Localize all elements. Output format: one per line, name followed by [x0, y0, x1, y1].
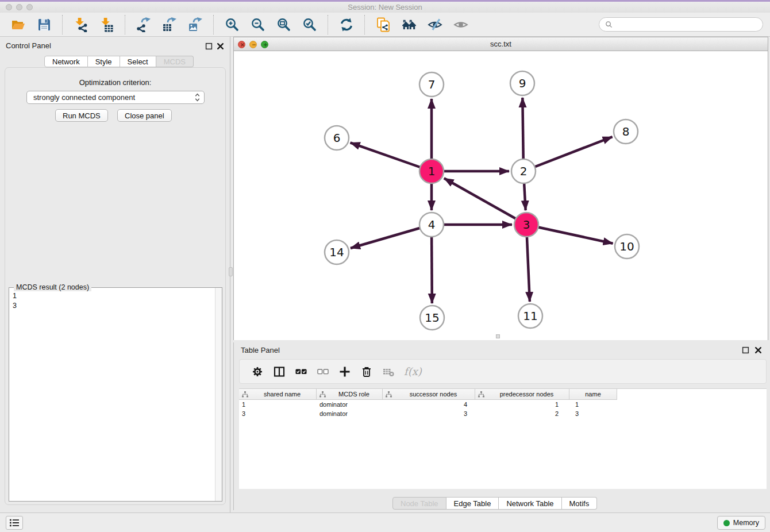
zoom-in-icon[interactable] [224, 17, 240, 32]
control-panel-tabs: NetworkStyleSelectMCDS [44, 56, 194, 67]
graph-node-9[interactable]: 9 [510, 71, 534, 95]
tab-network-table[interactable]: Network Table [499, 497, 561, 510]
search-box[interactable] [599, 17, 763, 32]
column-header-label: shared name [248, 391, 316, 398]
import-table-icon[interactable] [99, 17, 114, 32]
network-minimize-light[interactable] [249, 41, 257, 48]
table-cell[interactable]: 2 [475, 409, 569, 418]
import-network-icon[interactable] [73, 17, 88, 32]
zoom-out-icon[interactable] [250, 17, 265, 32]
zoom-fit-icon[interactable] [276, 17, 291, 32]
graph-edge-1-6[interactable] [351, 142, 432, 171]
graph-node-1[interactable]: 1 [419, 159, 444, 183]
graph-node-15[interactable]: 15 [420, 306, 444, 330]
network-close-light[interactable] [238, 41, 245, 48]
main-toolbar [0, 13, 770, 37]
column-header-successor-nodes[interactable]: successor nodes [383, 389, 475, 400]
mcds-result-line: 3 [13, 301, 211, 311]
tab-node-table[interactable]: Node Table [392, 497, 446, 510]
show-columns-icon[interactable] [273, 365, 286, 378]
column-header-predecessor-nodes[interactable]: predecessor nodes [475, 389, 569, 400]
select-all-icon[interactable] [295, 365, 307, 378]
svg-text:11: 11 [523, 309, 537, 323]
graph-node-2[interactable]: 2 [511, 159, 536, 183]
table-cell[interactable]: 4 [383, 400, 475, 409]
export-table-icon[interactable] [161, 17, 177, 32]
graph-node-7[interactable]: 7 [419, 72, 444, 97]
tab-motifs[interactable]: Motifs [562, 497, 598, 510]
export-network-icon[interactable] [136, 17, 151, 32]
close-window-light[interactable] [6, 4, 12, 10]
mcds-result-line: 1 [13, 291, 211, 301]
result-scrollbar[interactable] [215, 288, 222, 501]
run-mcds-button[interactable]: Run MCDS [55, 109, 108, 122]
graph-edge-3-1[interactable] [444, 178, 526, 225]
graph-node-4[interactable]: 4 [419, 213, 444, 237]
deselect-all-icon[interactable] [317, 365, 329, 378]
table-row[interactable]: 3dominator323 [239, 409, 767, 418]
graph-node-6[interactable]: 6 [325, 126, 349, 150]
table-cell[interactable]: 1 [239, 400, 317, 409]
table-row[interactable]: 1dominator411 [239, 400, 767, 409]
search-input[interactable] [616, 21, 757, 29]
hide-selected-icon[interactable] [427, 17, 442, 32]
table-cell[interactable]: 3 [239, 409, 317, 418]
svg-text:3: 3 [523, 218, 530, 232]
graph-edge-3-10[interactable] [526, 225, 613, 244]
new-network-from-selection-icon[interactable] [375, 17, 391, 32]
graph-node-11[interactable]: 11 [518, 304, 542, 328]
task-history-button[interactable] [6, 516, 23, 530]
tab-network[interactable]: Network [44, 56, 88, 67]
save-session-icon[interactable] [36, 17, 52, 32]
apply-layout-icon[interactable] [338, 17, 354, 32]
graph-node-14[interactable]: 14 [325, 240, 349, 264]
minimize-window-light[interactable] [16, 4, 22, 10]
graph-node-10[interactable]: 10 [615, 234, 639, 259]
tab-mcds[interactable]: MCDS [156, 56, 194, 67]
network-canvas[interactable]: 7968124314101511 [234, 51, 768, 340]
toolbar-group [63, 17, 125, 32]
open-session-icon[interactable] [10, 17, 26, 32]
svg-text:2: 2 [520, 164, 528, 178]
graph-edge-2-8[interactable] [523, 137, 613, 171]
svg-text:4: 4 [428, 218, 436, 232]
column-header-name[interactable]: name [569, 389, 617, 400]
export-image-icon[interactable] [187, 17, 203, 32]
control-panel-header: Control Panel [0, 37, 230, 54]
add-column-icon[interactable] [338, 365, 351, 378]
table-cell[interactable]: dominator [317, 400, 383, 409]
table-cell[interactable]: 3 [383, 409, 475, 418]
delete-columns-icon[interactable] [360, 365, 373, 378]
table-header-row: shared nameMCDS rolesuccessor nodesprede… [239, 389, 767, 400]
criterion-select-value: strongly connected component [33, 93, 194, 102]
tab-edge-table[interactable]: Edge Table [446, 497, 499, 510]
close-table-panel-icon[interactable] [754, 346, 762, 353]
zoom-selected-icon[interactable] [302, 17, 317, 32]
close-panel-button[interactable]: Close panel [117, 109, 172, 122]
table-mode-icon[interactable] [251, 365, 264, 378]
graph-node-8[interactable]: 8 [614, 119, 638, 144]
network-window-titlebar[interactable]: scc.txt [234, 37, 768, 51]
float-table-panel-icon[interactable] [742, 346, 749, 353]
network-zoom-light[interactable] [261, 41, 268, 48]
column-header-MCDS-role[interactable]: MCDS role [317, 389, 383, 400]
panel-splitter[interactable] [229, 267, 233, 276]
memory-button[interactable]: Memory [717, 516, 765, 530]
window-resize-handle[interactable] [496, 334, 500, 338]
float-panel-icon[interactable] [205, 42, 213, 49]
column-header-shared-name[interactable]: shared name [239, 389, 317, 400]
tab-style[interactable]: Style [88, 56, 120, 67]
table-toolbar: f(x) [239, 359, 767, 384]
table-cell[interactable]: 1 [475, 400, 569, 409]
table-cell[interactable]: 3 [569, 409, 617, 418]
hierarchy-icon [239, 391, 248, 398]
show-all-icon[interactable] [453, 17, 468, 32]
first-neighbors-icon[interactable] [401, 17, 417, 32]
criterion-select[interactable]: strongly connected component [26, 91, 205, 104]
table-cell[interactable]: dominator [317, 409, 383, 418]
close-panel-icon[interactable] [217, 42, 224, 49]
zoom-window-light[interactable] [26, 4, 33, 10]
graph-node-3[interactable]: 3 [514, 213, 538, 237]
tab-select[interactable]: Select [120, 56, 156, 67]
table-cell[interactable]: 1 [569, 400, 617, 409]
